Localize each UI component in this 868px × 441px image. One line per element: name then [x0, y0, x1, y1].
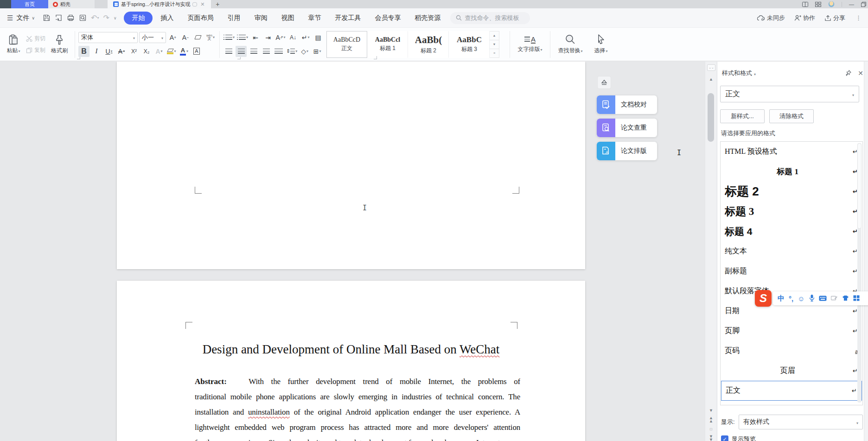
ruler-icon[interactable]: ▤	[313, 32, 324, 43]
distribute-text-icon[interactable]	[273, 46, 284, 57]
hamburger-icon[interactable]: ☰	[7, 14, 13, 22]
tab-document[interactable]: 基于spring...小程序设计与实现 ✕	[108, 0, 211, 8]
cut-button[interactable]: 剪切	[26, 35, 45, 43]
font-size-select[interactable]: 小一	[139, 32, 166, 43]
collapse-assistant-button[interactable]	[597, 76, 611, 89]
style-item-header[interactable]: 页眉↵	[721, 361, 862, 381]
ribbon-tab-insert[interactable]: 插入	[153, 12, 180, 25]
toolbar-collapse-widget[interactable]: ⌄⌄	[707, 64, 715, 71]
align-left-icon[interactable]	[223, 46, 234, 57]
sync-status-button[interactable]: 未同步	[754, 14, 788, 22]
plagiarism-check-button[interactable]: 论文查重	[597, 119, 657, 137]
clear-format-icon[interactable]	[192, 32, 204, 43]
ribbon-tab-view[interactable]: 视图	[274, 12, 301, 25]
style-item-subtitle[interactable]: 副标题↵	[721, 261, 862, 281]
asian-layout-icon[interactable]: A⇗	[275, 32, 286, 43]
ribbon-tab-section[interactable]: 章节	[301, 12, 328, 25]
strikethrough-button[interactable]: A	[116, 46, 127, 57]
ime-skin-icon[interactable]	[842, 295, 849, 302]
line-spacing-icon[interactable]: ⇕	[286, 46, 298, 57]
ime-handwriting-icon[interactable]	[831, 295, 838, 302]
style-item-heading3[interactable]: 标题 3↵	[721, 202, 862, 221]
file-menu-chevron-icon[interactable]: ∨	[32, 16, 35, 20]
pin-icon[interactable]	[845, 70, 851, 76]
style-heading3[interactable]: AaBbC 标题 3	[449, 31, 490, 58]
more-commands-chevron-icon[interactable]: ∨	[114, 16, 117, 20]
paste-button[interactable]: 粘贴	[3, 34, 24, 55]
borders-icon[interactable]: ⊞	[312, 46, 323, 57]
decrease-font-icon[interactable]: A−	[180, 32, 191, 43]
gallery-more-icon[interactable]: ≡	[490, 49, 499, 57]
style-heading2[interactable]: AaBb( 标题 2	[408, 31, 449, 58]
export-icon[interactable]	[55, 14, 63, 22]
character-shading-icon[interactable]: A	[191, 46, 202, 57]
print-icon[interactable]	[67, 14, 75, 22]
collaborate-button[interactable]: 协作	[791, 14, 818, 22]
style-item-plain-text[interactable]: 纯文本↵	[721, 241, 862, 261]
ime-toolbox-icon[interactable]	[853, 295, 860, 302]
font-name-select[interactable]: 宋体	[78, 32, 138, 43]
style-item-body-text-selected[interactable]: 正文↵	[721, 381, 862, 401]
show-paragraph-marks-icon[interactable]: ↵	[300, 32, 311, 43]
show-filter-select[interactable]: 有效样式	[739, 415, 863, 429]
style-list-scrollbar-thumb[interactable]	[857, 143, 862, 229]
style-item-page-number[interactable]: 页码a	[721, 341, 862, 361]
ime-voice-icon[interactable]	[809, 294, 815, 303]
scrollbar-thumb[interactable]	[708, 93, 714, 142]
previous-page-icon[interactable]: ▲▲	[705, 416, 717, 423]
new-style-button[interactable]: 新样式...	[720, 109, 765, 123]
user-avatar[interactable]	[828, 1, 835, 7]
style-item-html-preset[interactable]: HTML 预设格式↵	[721, 142, 862, 162]
ribbon-tab-home[interactable]: 开始	[124, 12, 153, 25]
style-heading1[interactable]: AaBbCcl 标题 1	[367, 31, 408, 58]
bold-button[interactable]: B	[78, 46, 89, 57]
phonetic-guide-icon[interactable]: wén文	[205, 32, 216, 43]
italic-button[interactable]: I	[91, 46, 102, 57]
document-page-1[interactable]	[117, 62, 585, 269]
select-browse-object-icon[interactable]: □	[705, 427, 717, 431]
file-menu[interactable]: 文件	[16, 14, 29, 22]
text-effects-icon[interactable]: A	[153, 46, 165, 57]
increase-font-icon[interactable]: A+	[167, 32, 179, 43]
document-page-2[interactable]: Design and Development of Online Mall Ba…	[117, 281, 585, 441]
align-right-icon[interactable]	[248, 46, 259, 57]
style-item-heading2[interactable]: 标题 2↵	[721, 182, 862, 202]
ribbon-tab-developer[interactable]: 开发工具	[328, 12, 368, 25]
ime-punctuation-icon[interactable]: °,	[789, 295, 793, 302]
print-preview-icon[interactable]	[79, 14, 87, 22]
minimize-icon[interactable]: —	[849, 1, 854, 7]
scroll-down-icon[interactable]: ▼	[705, 408, 717, 413]
next-page-icon[interactable]: ▼▼	[705, 435, 717, 441]
select-button[interactable]: 选择	[587, 34, 615, 55]
style-item-footer[interactable]: 页脚↵	[721, 321, 862, 341]
vertical-scrollbar[interactable]: ⌄⌄ ▲ ▼ ▲▲ □ ▼▼	[705, 62, 717, 441]
gallery-scroll-down-icon[interactable]: ▼	[490, 40, 499, 49]
copy-button[interactable]: 复制	[26, 46, 45, 54]
ime-chinese-mode-icon[interactable]: 中	[778, 294, 785, 303]
tab-docer[interactable]: 稻壳	[48, 0, 95, 8]
decrease-indent-icon[interactable]: ⇤	[250, 32, 261, 43]
restore-window-icon[interactable]	[861, 2, 866, 7]
format-painter-button[interactable]: 格式刷	[47, 34, 71, 55]
tab-close-icon[interactable]: ✕	[199, 1, 205, 7]
subscript-button[interactable]: X₂	[141, 46, 152, 57]
sort-icon[interactable]: A↓	[287, 32, 299, 43]
save-icon[interactable]	[43, 14, 51, 22]
ribbon-tab-docer-resources[interactable]: 稻壳资源	[408, 12, 447, 25]
style-list-scrollbar[interactable]	[857, 143, 862, 403]
ime-keyboard-icon[interactable]	[819, 295, 827, 302]
new-tab-button[interactable]: +	[211, 0, 224, 8]
split-screen-icon[interactable]	[802, 2, 808, 7]
redo-icon[interactable]: ↷	[103, 13, 109, 22]
panel-scrollbar-track[interactable]	[864, 62, 868, 441]
more-options-icon[interactable]: ⋮	[852, 14, 863, 21]
ribbon-tab-membership[interactable]: 会员专享	[368, 12, 408, 25]
justify-icon[interactable]	[261, 46, 272, 57]
current-style-select[interactable]: 正文	[720, 86, 859, 102]
document-canvas[interactable]: I Design and Development of Online Mall …	[0, 62, 705, 441]
find-replace-button[interactable]: 查找替换	[554, 34, 587, 55]
command-search-input[interactable]: 查找命令、搜索模板	[450, 12, 530, 24]
numbered-list-icon[interactable]	[236, 32, 249, 43]
font-color-button[interactable]: A	[179, 46, 190, 57]
superscript-button[interactable]: X²	[128, 46, 140, 57]
